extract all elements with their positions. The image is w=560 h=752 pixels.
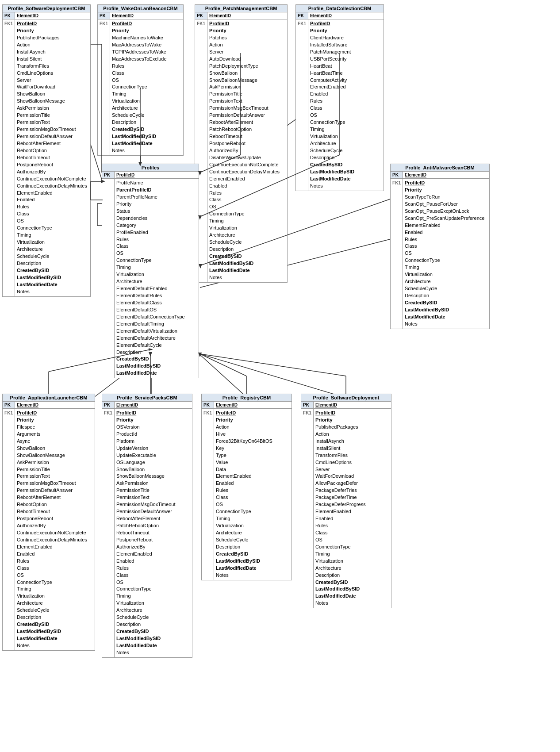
field: Description — [17, 614, 93, 621]
field: Virtualization — [310, 133, 382, 140]
field: Timing — [315, 551, 389, 558]
field: ContinueExecutionDelayMinutes — [209, 169, 285, 176]
fields-col: ProfileID Priority ScanTypeToRun ScanOpt… — [403, 179, 489, 329]
table-softwaredeployment: Profile_SoftwareDeployment PK ElementID … — [301, 394, 391, 608]
field: ElementEnabled — [17, 544, 93, 551]
field: PermissionText — [17, 473, 93, 480]
field: InstallAsynch — [315, 438, 389, 445]
field-profileid: ProfileID — [405, 180, 487, 187]
field: ConnectionType — [116, 257, 197, 264]
field-lastmodifieddate: LastModifiedDate — [116, 370, 197, 377]
table-header: Profile_RegistryCBM — [202, 394, 292, 402]
field: DisableWindowsUpdate — [209, 154, 285, 161]
field: PatchRebootOption — [209, 126, 285, 133]
field: ContinueExecutionDelayMinutes — [17, 537, 93, 544]
field: Notes — [17, 288, 88, 295]
field: Virtualization — [116, 600, 190, 607]
field: AskPermission — [116, 480, 190, 487]
field: Enabled — [405, 229, 487, 236]
fk-col: FK1 — [301, 409, 314, 608]
field: Class — [116, 243, 197, 250]
field-profileid: ProfileID — [112, 20, 181, 27]
field: ShowBalloon — [17, 91, 88, 98]
field: Timing — [17, 232, 88, 239]
table-datacollectioncbm: Profile_DataCollectionCBM PK ElementID F… — [295, 4, 384, 191]
field: PermissionTitle — [209, 91, 285, 98]
pk-field: ElementID — [214, 402, 292, 408]
table-antimalwarescancbm: Profile_AntiMalwareScanCBM PK ElementID … — [390, 164, 490, 329]
field: Enabled — [310, 91, 382, 98]
fk-col: FK1 — [202, 409, 214, 580]
field: PermissionDefaultAnswer — [17, 487, 93, 494]
field: PostponeReboot — [17, 161, 88, 169]
field: Class — [17, 565, 93, 572]
field: PostponeReboot — [116, 537, 190, 544]
field: PermissionMsgBoxTimeout — [17, 480, 93, 487]
field: ConnectionType — [315, 544, 389, 551]
field: PermissionText — [116, 494, 190, 501]
field: ShowBalloon — [209, 70, 285, 77]
field: Dependencies — [116, 215, 197, 222]
fields-col: ProfileID Priority PublishedPackages Act… — [314, 409, 391, 608]
pk-field: ElementID — [110, 12, 183, 19]
table-patchmanagementcbm: Profile_PatchManagementCBM PK ElementID … — [195, 4, 288, 283]
field: Description — [310, 154, 382, 161]
field: ContinueExecutionNotComplete — [17, 176, 88, 183]
field: ScheduleCycle — [17, 253, 88, 260]
fk-label: FK1 — [203, 410, 212, 415]
fk-label: FK1 — [392, 180, 401, 185]
field: OS — [209, 203, 285, 211]
field: Enabled — [116, 558, 190, 565]
field: Description — [112, 119, 181, 126]
field: ElementDefaultTiming — [116, 321, 197, 328]
field-lastmodifieddate: LastModifiedDate — [112, 140, 181, 147]
table-header: Profile_SoftwareDeployment — [301, 394, 391, 402]
field: Rules — [116, 236, 197, 243]
field: WaitForDownload — [17, 84, 88, 91]
table-registrycbm: Profile_RegistryCBM PK ElementID FK1 Pro… — [201, 394, 292, 580]
fk-col: FK1 — [3, 19, 15, 296]
field: Enabled — [315, 515, 389, 522]
field: ElementDefaultOS — [116, 307, 197, 314]
field: PublishedPackages — [315, 424, 389, 431]
field: Virtualization — [17, 239, 88, 246]
field: Hive — [216, 431, 290, 438]
pk-field: ElementID — [115, 402, 192, 408]
field: ScheduleCycle — [209, 239, 285, 246]
field-profileid: ProfileID — [310, 20, 382, 27]
field: Rules — [116, 565, 190, 572]
field: ConnectionType — [405, 257, 487, 264]
field: Virtualization — [209, 225, 285, 232]
field: InstallSilent — [17, 56, 88, 63]
svg-line-10 — [199, 354, 248, 398]
pk-label: PK — [202, 402, 214, 408]
field: Status — [116, 208, 197, 215]
field-lastmodifieddate: LastModifiedDate — [209, 267, 285, 274]
fields-col: ProfileName ParentProfileID ParentProfil… — [115, 179, 199, 378]
field-createdbysid: CreatedBySID — [116, 628, 190, 635]
field-priority: Priority — [17, 27, 88, 35]
field: Server — [209, 49, 285, 56]
pk-field: ElementID — [15, 12, 90, 19]
field: PackageDeferProgress — [315, 501, 389, 508]
field-priority: Priority — [216, 417, 290, 424]
field: Type — [216, 452, 290, 459]
fk-col: FK1 — [391, 179, 403, 329]
field: CmdLineOptions — [315, 459, 389, 466]
field: ContinueExecutionNotComplete — [17, 529, 93, 537]
table-softwaredeploymentcbm: Profile_SoftwareDeploymentCBM PK Element… — [2, 4, 91, 297]
field: Timing — [310, 126, 382, 133]
field: AuthorizedBy — [17, 522, 93, 529]
field: PermissionDefaultAnswer — [116, 508, 190, 515]
field: ScanOpt_PreScanUpdatePreference — [405, 215, 487, 222]
field: PermissionMsgBoxTimeout — [209, 105, 285, 112]
field: OS — [310, 112, 382, 119]
field: ParentProfileName — [116, 194, 197, 201]
field: PermissionDefaultAnswer — [17, 133, 88, 140]
fk-col: FK1 — [102, 409, 115, 657]
fields-col: ProfileID Priority PublishedPackages Act… — [15, 19, 90, 296]
field: ElementDefaultEnabled — [116, 285, 197, 292]
field: Virtualization — [112, 98, 181, 105]
field: ElementEnabled — [209, 176, 285, 183]
field: Enabled — [17, 551, 93, 558]
